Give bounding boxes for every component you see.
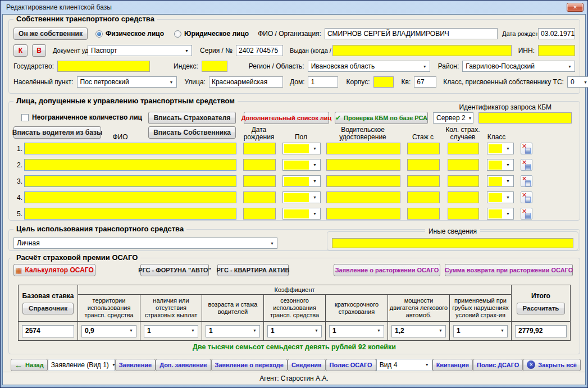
series-input[interactable]: 2402 704575 xyxy=(236,45,283,56)
driver-fio-field[interactable] xyxy=(24,175,236,187)
driver-license-field[interactable] xyxy=(326,159,400,171)
driver-birth-date-field[interactable] xyxy=(243,175,276,187)
driver-gender-select[interactable]: ▼ xyxy=(282,208,321,220)
driver-gender-select[interactable]: ▼ xyxy=(282,175,321,187)
driver-license-field[interactable] xyxy=(326,191,400,203)
receipt-button[interactable]: Квитанция xyxy=(432,359,473,371)
district-select[interactable]: Гаврилово-Посадский ▼ xyxy=(462,61,575,72)
delete-driver-button[interactable]: ✕▤ xyxy=(521,175,532,187)
driver-license-field[interactable] xyxy=(326,175,400,187)
rgs-fortuna-button[interactable]: РГС - ФОРТУНА "АВТО" xyxy=(140,264,209,276)
osago-policy-button[interactable]: Полис ОСАГО xyxy=(326,359,376,371)
birth-date-input[interactable]: 03.02.1971 xyxy=(538,28,575,39)
delete-driver-button[interactable]: ✕▤ xyxy=(521,208,532,220)
driver-birth-date-field[interactable] xyxy=(243,143,276,154)
driver-fio-field[interactable] xyxy=(24,208,236,220)
back-button[interactable]: ← Назад xyxy=(11,359,48,371)
k-button[interactable]: К xyxy=(13,44,28,57)
issued-input[interactable] xyxy=(332,45,512,56)
postcode-input[interactable] xyxy=(202,61,227,72)
unlimited-persons-checkbox[interactable]: Неограниченное количество лиц xyxy=(21,113,142,121)
dsago-policy-button[interactable]: Полис ДСАГО xyxy=(473,359,523,371)
driver-experience-field[interactable] xyxy=(407,175,440,187)
inn-input[interactable] xyxy=(538,45,575,56)
delete-driver-button[interactable]: ✕▤ xyxy=(521,143,532,154)
osago-calculator-button[interactable]: ▦ Калькулятор ОСАГО xyxy=(13,264,95,276)
street-input[interactable]: Красноармейская xyxy=(209,76,283,88)
coefficient-select[interactable]: 1,2▼ xyxy=(391,325,446,337)
driver-claims-field[interactable] xyxy=(448,175,479,187)
additional-list-button[interactable]: Дополнительный список лиц xyxy=(244,112,329,124)
driver-birth-date-field[interactable] xyxy=(243,208,276,220)
delete-driver-button[interactable]: ✕▤ xyxy=(521,191,532,203)
individual-radio[interactable]: Физическое лицо xyxy=(95,30,164,38)
driver-class-select[interactable]: ▼ xyxy=(487,143,514,154)
building-input[interactable] xyxy=(373,76,394,88)
driver-experience-field[interactable] xyxy=(407,208,440,220)
v-button[interactable]: В xyxy=(32,44,46,57)
details-button[interactable]: Сведения xyxy=(288,359,326,371)
driver-row: 1. ▼ ▼ ✕▤ xyxy=(13,143,575,154)
kbm-request-id-input[interactable] xyxy=(478,112,572,124)
coefficient-select[interactable]: 1▼ xyxy=(206,325,260,337)
driver-class-select[interactable]: ▼ xyxy=(487,159,514,171)
coefficient-select[interactable]: 1▼ xyxy=(144,325,198,337)
driver-birth-date-field[interactable] xyxy=(243,159,276,171)
region-label: Регион / Область: xyxy=(249,62,304,70)
driver-fio-field[interactable] xyxy=(24,159,236,171)
base-rate-value-cell: 2574 xyxy=(19,322,78,341)
statement-button[interactable]: Заявление xyxy=(115,359,156,371)
house-input[interactable]: 1 xyxy=(308,76,338,88)
driver-claims-field[interactable] xyxy=(448,191,479,203)
driver-license-field[interactable] xyxy=(326,208,400,220)
server-select[interactable]: Сервер 2 ▼ xyxy=(433,112,473,124)
driver-experience-field[interactable] xyxy=(407,159,440,171)
settlement-select[interactable]: Пос петровский ▼ xyxy=(77,76,177,88)
rgs-kvartira-button[interactable]: РГС - КВАРТИРА АКТИВ xyxy=(217,264,289,276)
region-select[interactable]: Ивановская область ▼ xyxy=(308,61,430,72)
driver-class-select[interactable]: ▼ xyxy=(487,191,514,203)
coefficient-select[interactable]: 1▼ xyxy=(329,325,384,337)
driver-gender-select[interactable]: ▼ xyxy=(282,143,321,154)
driver-class-select[interactable]: ▼ xyxy=(487,208,514,220)
owner-class-select[interactable]: 0 ▼ xyxy=(567,76,588,88)
name-input[interactable]: СМИРНОВ СЕРГЕЙ ВЛАДИМИРОВИЧ xyxy=(325,28,498,39)
driver-gender-select[interactable]: ▼ xyxy=(282,159,321,171)
country-input[interactable] xyxy=(57,61,150,72)
driver-claims-field[interactable] xyxy=(448,143,479,154)
add-insurer-button[interactable]: Вписать Страхователя xyxy=(148,112,236,124)
driver-fio-field[interactable] xyxy=(24,191,236,203)
delete-driver-button[interactable]: ✕▤ xyxy=(521,159,532,171)
transition-statement-button[interactable]: Заявление о переходе xyxy=(211,359,288,371)
coefficient-select[interactable]: 1▼ xyxy=(453,325,508,337)
osago-refund-button[interactable]: Сумма возврата при расторжении ОСАГО xyxy=(445,264,573,276)
additional-statement-button[interactable]: Доп. заявление xyxy=(156,359,211,371)
same-person-button[interactable]: Он же собственник xyxy=(13,28,88,40)
driver-fio-field[interactable] xyxy=(24,143,236,154)
legal-entity-radio[interactable]: Юридическое лицо xyxy=(174,30,249,38)
driver-birth-date-field[interactable] xyxy=(243,191,276,203)
calculate-button[interactable]: Рассчитать xyxy=(517,303,566,314)
driver-gender-select[interactable]: ▼ xyxy=(282,191,321,203)
purpose-select[interactable]: Личная ▼ xyxy=(13,238,277,249)
statement-view-select[interactable]: Заявление (Вид 1) ▼ xyxy=(48,359,115,371)
osago-termination-button[interactable]: Заявление о расторжении ОСАГО xyxy=(334,264,440,276)
driver-class-select[interactable]: ▼ xyxy=(487,175,514,187)
apartment-input[interactable]: 67 xyxy=(414,76,436,88)
driver-claims-field[interactable] xyxy=(448,208,479,220)
base-rate-input[interactable]: 2574 xyxy=(22,325,74,337)
driver-experience-field[interactable] xyxy=(407,143,440,154)
reference-button[interactable]: Справочник xyxy=(22,303,74,314)
close-all-button[interactable]: ✕ Закрыть всё xyxy=(523,359,581,371)
kbm-check-button[interactable]: ✔ Проверка КБМ по базе РСА xyxy=(335,112,428,124)
driver-claims-field[interactable] xyxy=(448,159,479,171)
driver-experience-field[interactable] xyxy=(407,191,440,203)
total-input[interactable]: 2779,92 xyxy=(515,325,567,337)
other-info-input[interactable] xyxy=(332,238,573,248)
driver-license-field[interactable] xyxy=(326,143,400,154)
view-select[interactable]: Вид 4 ▼ xyxy=(376,359,432,371)
coefficient-select[interactable]: 0,9▼ xyxy=(81,325,136,337)
coefficient-select[interactable]: 1▼ xyxy=(267,325,322,337)
doc-type-select[interactable]: Паспорт ▼ xyxy=(88,45,192,56)
window-close-button[interactable]: ✕ xyxy=(567,3,584,12)
